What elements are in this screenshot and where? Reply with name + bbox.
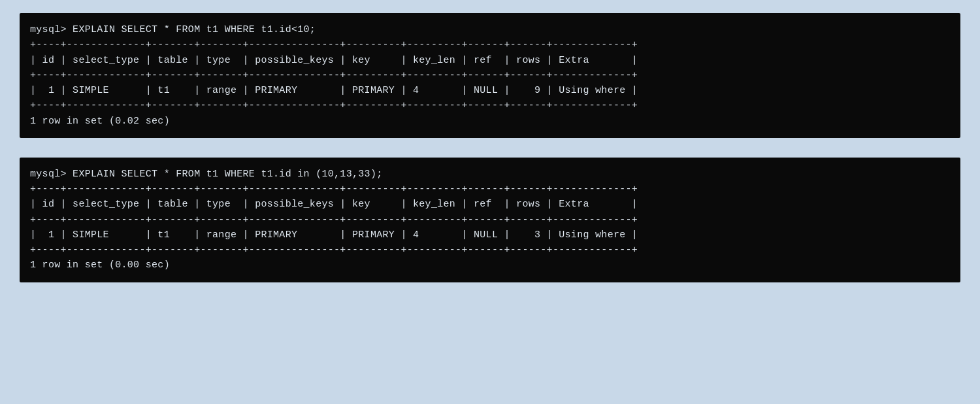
separator-2b: +----+-------------+-------+-------+----… [30, 214, 638, 226]
result-line-1: 1 row in set (0.02 sec) [30, 116, 170, 127]
terminal-block-1: mysql> EXPLAIN SELECT * FROM t1 WHERE t1… [20, 13, 960, 138]
command-line-1: mysql> EXPLAIN SELECT * FROM t1 WHERE t1… [30, 24, 316, 35]
separator-1c: +----+-------------+-------+-------+----… [30, 100, 638, 111]
separator-1a: +----+-------------+-------+-------+----… [30, 39, 638, 50]
command-line-2: mysql> EXPLAIN SELECT * FROM t1 WHERE t1… [30, 169, 383, 180]
separator-2a: +----+-------------+-------+-------+----… [30, 184, 638, 195]
data-line-2: | 1 | SIMPLE | t1 | range | PRIMARY | PR… [30, 229, 638, 241]
header-line-1: | id | select_type | table | type | poss… [30, 55, 638, 66]
terminal-block-2: mysql> EXPLAIN SELECT * FROM t1 WHERE t1… [20, 158, 960, 282]
separator-1b: +----+-------------+-------+-------+----… [30, 70, 638, 81]
result-line-2: 1 row in set (0.00 sec) [30, 260, 170, 271]
header-line-2: | id | select_type | table | type | poss… [30, 199, 638, 210]
separator-2c: +----+-------------+-------+-------+----… [30, 244, 638, 256]
data-line-1: | 1 | SIMPLE | t1 | range | PRIMARY | PR… [30, 85, 638, 96]
